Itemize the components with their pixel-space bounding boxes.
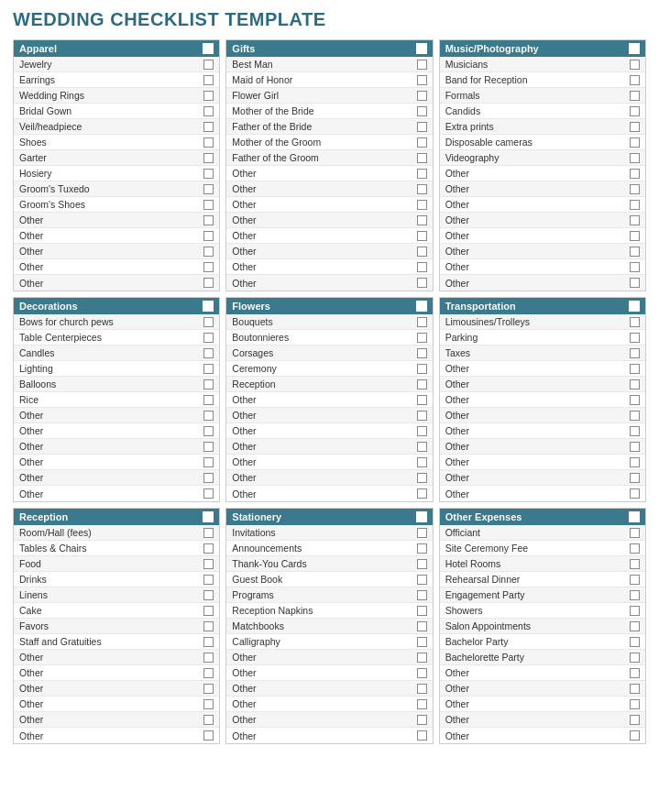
row-checkbox[interactable] — [203, 606, 214, 616]
row-checkbox[interactable] — [203, 184, 214, 194]
row-checkbox[interactable] — [630, 684, 640, 694]
row-checkbox[interactable] — [203, 75, 214, 85]
row-checkbox[interactable] — [630, 215, 640, 225]
row-checkbox[interactable] — [203, 543, 214, 554]
row-checkbox[interactable] — [417, 473, 427, 483]
row-checkbox[interactable] — [630, 606, 640, 616]
row-checkbox[interactable] — [417, 668, 427, 678]
row-checkbox[interactable] — [203, 473, 214, 483]
row-checkbox[interactable] — [203, 426, 214, 436]
row-checkbox[interactable] — [417, 457, 427, 467]
row-checkbox[interactable] — [417, 426, 427, 436]
row-checkbox[interactable] — [203, 411, 214, 421]
row-checkbox[interactable] — [417, 247, 427, 257]
row-checkbox[interactable] — [630, 106, 640, 116]
section-header-checkbox-stationery[interactable] — [416, 511, 427, 522]
row-checkbox[interactable] — [630, 231, 640, 241]
row-checkbox[interactable] — [417, 699, 427, 709]
row-checkbox[interactable] — [203, 247, 214, 257]
row-checkbox[interactable] — [630, 75, 640, 85]
row-checkbox[interactable] — [417, 91, 427, 101]
row-checkbox[interactable] — [630, 543, 640, 554]
row-checkbox[interactable] — [203, 262, 214, 272]
row-checkbox[interactable] — [203, 348, 214, 358]
row-checkbox[interactable] — [630, 278, 640, 288]
row-checkbox[interactable] — [630, 91, 640, 101]
row-checkbox[interactable] — [203, 715, 214, 725]
row-checkbox[interactable] — [417, 411, 427, 421]
row-checkbox[interactable] — [417, 278, 427, 288]
row-checkbox[interactable] — [630, 426, 640, 436]
row-checkbox[interactable] — [630, 395, 640, 405]
row-checkbox[interactable] — [417, 606, 427, 616]
row-checkbox[interactable] — [417, 488, 427, 499]
row-checkbox[interactable] — [630, 364, 640, 374]
row-checkbox[interactable] — [417, 730, 427, 741]
row-checkbox[interactable] — [630, 590, 640, 600]
section-header-checkbox-flowers[interactable] — [416, 301, 427, 312]
row-checkbox[interactable] — [417, 637, 427, 647]
row-checkbox[interactable] — [417, 379, 427, 390]
row-checkbox[interactable] — [630, 411, 640, 421]
row-checkbox[interactable] — [203, 379, 214, 390]
row-checkbox[interactable] — [203, 637, 214, 647]
row-checkbox[interactable] — [630, 333, 640, 343]
row-checkbox[interactable] — [417, 122, 427, 132]
section-header-checkbox-gifts[interactable] — [416, 43, 427, 54]
row-checkbox[interactable] — [203, 364, 214, 374]
row-checkbox[interactable] — [630, 348, 640, 358]
row-checkbox[interactable] — [630, 122, 640, 132]
row-checkbox[interactable] — [630, 575, 640, 585]
section-header-checkbox-music-photography[interactable] — [629, 43, 640, 54]
row-checkbox[interactable] — [417, 528, 427, 538]
row-checkbox[interactable] — [417, 364, 427, 374]
row-checkbox[interactable] — [417, 621, 427, 631]
row-checkbox[interactable] — [203, 528, 214, 538]
row-checkbox[interactable] — [630, 247, 640, 257]
section-header-checkbox-other-expenses[interactable] — [629, 511, 640, 522]
row-checkbox[interactable] — [417, 153, 427, 163]
row-checkbox[interactable] — [203, 488, 214, 499]
row-checkbox[interactable] — [630, 653, 640, 663]
row-checkbox[interactable] — [203, 153, 214, 163]
row-checkbox[interactable] — [417, 317, 427, 327]
row-checkbox[interactable] — [203, 200, 214, 210]
row-checkbox[interactable] — [203, 60, 214, 70]
row-checkbox[interactable] — [417, 106, 427, 116]
row-checkbox[interactable] — [417, 231, 427, 241]
row-checkbox[interactable] — [203, 442, 214, 452]
row-checkbox[interactable] — [417, 60, 427, 70]
row-checkbox[interactable] — [630, 317, 640, 327]
row-checkbox[interactable] — [417, 348, 427, 358]
row-checkbox[interactable] — [203, 395, 214, 405]
row-checkbox[interactable] — [203, 169, 214, 179]
row-checkbox[interactable] — [203, 91, 214, 101]
row-checkbox[interactable] — [417, 395, 427, 405]
row-checkbox[interactable] — [630, 137, 640, 148]
row-checkbox[interactable] — [203, 653, 214, 663]
row-checkbox[interactable] — [203, 137, 214, 148]
row-checkbox[interactable] — [203, 106, 214, 116]
row-checkbox[interactable] — [417, 333, 427, 343]
row-checkbox[interactable] — [630, 169, 640, 179]
row-checkbox[interactable] — [630, 262, 640, 272]
row-checkbox[interactable] — [203, 575, 214, 585]
row-checkbox[interactable] — [417, 137, 427, 148]
row-checkbox[interactable] — [630, 699, 640, 709]
row-checkbox[interactable] — [203, 621, 214, 631]
row-checkbox[interactable] — [630, 200, 640, 210]
row-checkbox[interactable] — [417, 75, 427, 85]
row-checkbox[interactable] — [203, 278, 214, 288]
row-checkbox[interactable] — [630, 153, 640, 163]
row-checkbox[interactable] — [417, 684, 427, 694]
row-checkbox[interactable] — [630, 528, 640, 538]
row-checkbox[interactable] — [203, 699, 214, 709]
row-checkbox[interactable] — [203, 122, 214, 132]
row-checkbox[interactable] — [630, 60, 640, 70]
row-checkbox[interactable] — [203, 684, 214, 694]
row-checkbox[interactable] — [417, 543, 427, 554]
row-checkbox[interactable] — [203, 559, 214, 569]
section-header-checkbox-decorations[interactable] — [203, 301, 214, 312]
row-checkbox[interactable] — [630, 637, 640, 647]
row-checkbox[interactable] — [630, 730, 640, 741]
